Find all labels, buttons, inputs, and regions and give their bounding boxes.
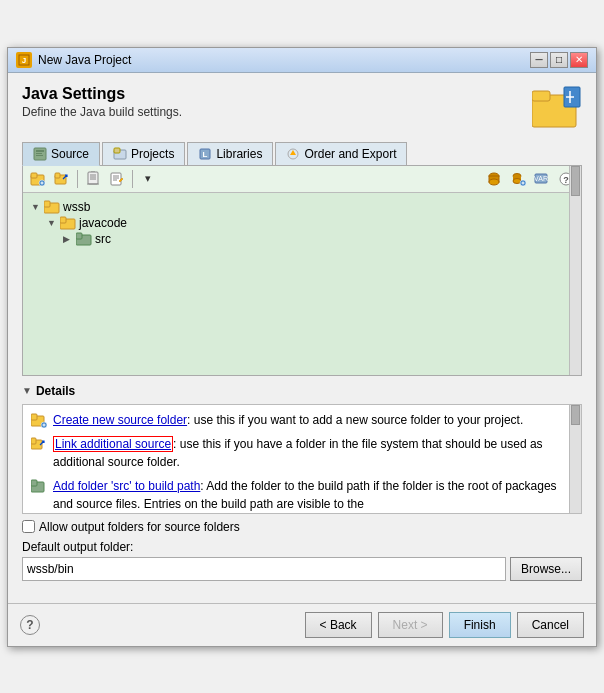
create-source-link[interactable]: Create new source folder <box>53 413 187 427</box>
libraries-tab-icon: L <box>198 147 212 161</box>
svg-rect-23 <box>55 173 60 178</box>
svg-rect-10 <box>36 155 43 156</box>
main-window: J New Java Project ─ □ ✕ Java Settings D… <box>7 47 597 647</box>
tree-label-javacode: javacode <box>79 216 127 230</box>
tree-arrow-wssb: ▼ <box>31 202 41 212</box>
tree-toolbar: ▾ <box>23 166 581 193</box>
dialog-content: Java Settings Define the Java build sett… <box>8 73 596 593</box>
create-source-desc: : use this if you want to add a new sour… <box>187 413 523 427</box>
svg-rect-60 <box>31 438 36 444</box>
window-icon: J <box>16 52 32 68</box>
tab-libraries[interactable]: L Libraries <box>187 142 273 165</box>
details-scrollbar-thumb[interactable] <box>571 405 580 425</box>
svg-rect-12 <box>114 148 120 153</box>
toolbar-separator-2 <box>132 170 133 188</box>
allow-output-row: Allow output folders for source folders <box>22 520 582 534</box>
output-folder-input[interactable] <box>22 557 506 581</box>
tree-label-wssb: wssb <box>63 200 90 214</box>
bottom-bar: ? < Back Next > Finish Cancel <box>8 603 596 646</box>
tabs-container: Source Projects L Librari <box>22 142 582 166</box>
tab-libraries-label: Libraries <box>216 147 262 161</box>
tab-source[interactable]: Source <box>22 142 100 166</box>
svg-marker-16 <box>290 150 296 155</box>
title-bar: J New Java Project ─ □ ✕ <box>8 48 596 73</box>
link-source-link[interactable]: Link additional source <box>53 436 173 452</box>
tree-scrollbar[interactable] <box>569 166 581 375</box>
details-content-area: Create new source folder: use this if yo… <box>22 404 582 514</box>
svg-text:VAR: VAR <box>534 175 548 182</box>
title-bar-buttons: ─ □ ✕ <box>530 52 588 68</box>
add-folder-icon <box>31 478 47 494</box>
svg-text:J: J <box>22 56 26 65</box>
tab-source-label: Source <box>51 147 89 161</box>
create-source-icon <box>31 412 47 428</box>
header-icon <box>532 85 582 132</box>
tree-item-src[interactable]: ▶ src <box>63 231 573 247</box>
close-button[interactable]: ✕ <box>570 52 588 68</box>
more-button[interactable]: ▾ <box>137 169 159 189</box>
details-item-add-folder-text: Add folder 'src' to build path: Add the … <box>53 477 573 513</box>
svg-rect-30 <box>111 173 121 185</box>
minimize-button[interactable]: ─ <box>530 52 548 68</box>
remove-button[interactable] <box>82 169 104 189</box>
details-scrollbar[interactable] <box>569 405 581 513</box>
svg-point-37 <box>489 179 499 185</box>
add-external-jar-button[interactable] <box>507 169 529 189</box>
output-folder-row: Default output folder: Browse... <box>22 540 582 581</box>
output-folder-label: Default output folder: <box>22 540 582 554</box>
add-source-folder-button[interactable] <box>27 169 49 189</box>
svg-rect-8 <box>36 150 44 152</box>
maximize-button[interactable]: □ <box>550 52 568 68</box>
tree-arrow-src: ▶ <box>63 234 73 244</box>
details-header-label: Details <box>36 384 75 398</box>
cancel-button[interactable]: Cancel <box>517 612 584 638</box>
details-toggle[interactable]: ▼ <box>22 385 32 396</box>
edit-button[interactable] <box>106 169 128 189</box>
page-subtitle: Define the Java build settings. <box>22 105 182 119</box>
browse-button[interactable]: Browse... <box>510 557 582 581</box>
allow-output-checkbox[interactable] <box>22 520 35 533</box>
svg-rect-3 <box>532 91 550 101</box>
finish-button[interactable]: Finish <box>449 612 511 638</box>
back-button[interactable]: < Back <box>305 612 372 638</box>
add-jar-button[interactable] <box>483 169 505 189</box>
next-button[interactable]: Next > <box>378 612 443 638</box>
svg-rect-62 <box>31 480 37 486</box>
details-text: Create new source folder: use this if yo… <box>23 405 581 514</box>
package-folder-icon <box>60 216 76 230</box>
src-folder-icon <box>76 232 92 246</box>
source-tab-icon <box>33 147 47 161</box>
help-button[interactable]: ? <box>20 615 40 635</box>
tab-order-export-label: Order and Export <box>304 147 396 161</box>
tab-projects[interactable]: Projects <box>102 142 185 165</box>
link-source-button[interactable] <box>51 169 73 189</box>
allow-output-label[interactable]: Allow output folders for source folders <box>39 520 240 534</box>
add-folder-link[interactable]: Add folder 'src' to build path <box>53 479 200 493</box>
projects-tab-icon <box>113 147 127 161</box>
svg-rect-9 <box>36 153 42 154</box>
details-item-add-folder: Add folder 'src' to build path: Add the … <box>31 477 573 513</box>
link-source-icon <box>31 436 47 452</box>
svg-rect-24 <box>88 172 98 184</box>
svg-rect-49 <box>44 201 50 207</box>
order-export-tab-icon <box>286 147 300 161</box>
tree-item-javacode[interactable]: ▼ javacode <box>47 215 573 231</box>
output-folder-input-row: Browse... <box>22 557 582 581</box>
details-item-link-source: Link additional source: use this if you … <box>31 435 573 471</box>
details-item-link-source-text: Link additional source: use this if you … <box>53 435 573 471</box>
tree-label-src: src <box>95 232 111 246</box>
tree-scrollbar-thumb[interactable] <box>571 166 580 196</box>
svg-rect-18 <box>31 173 37 178</box>
svg-rect-51 <box>60 217 66 223</box>
tree-item-wssb[interactable]: ▼ wssb <box>31 199 573 215</box>
add-variable-button[interactable]: VAR <box>531 169 553 189</box>
tab-order-export[interactable]: Order and Export <box>275 142 407 165</box>
project-icon <box>44 200 60 214</box>
details-item-create-source-text: Create new source folder: use this if yo… <box>53 411 523 429</box>
details-section: ▼ Details <box>22 384 582 514</box>
details-header: ▼ Details <box>22 384 582 398</box>
details-item-create-source: Create new source folder: use this if yo… <box>31 411 573 429</box>
svg-text:?: ? <box>563 175 569 185</box>
tab-projects-label: Projects <box>131 147 174 161</box>
source-tree: ▼ wssb ▼ javacode ▶ <box>23 193 581 253</box>
